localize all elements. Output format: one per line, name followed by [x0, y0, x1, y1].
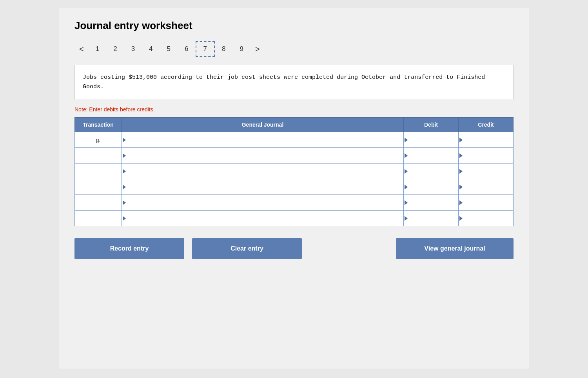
pagination: < 1 2 3 4 5 6 7 8 9 > — [74, 41, 514, 57]
pagination-item-5[interactable]: 5 — [160, 42, 178, 56]
description-text: Jobs costing $513,000 according to their… — [83, 74, 485, 90]
debit-input-5[interactable] — [404, 211, 458, 226]
transaction-cell-0: g. — [75, 132, 122, 148]
credit-cell-2[interactable] — [459, 164, 514, 179]
triangle-marker-credit-1 — [459, 153, 463, 158]
header-debit: Debit — [404, 118, 459, 132]
record-entry-button[interactable]: Record entry — [74, 238, 184, 259]
general-journal-input-3[interactable] — [122, 179, 403, 194]
transaction-cell-4 — [75, 195, 122, 211]
table-row — [75, 195, 514, 211]
pagination-item-9[interactable]: 9 — [232, 42, 250, 56]
credit-cell-1[interactable] — [459, 148, 514, 164]
debit-input-4[interactable] — [404, 195, 458, 210]
debit-input-0[interactable] — [404, 132, 458, 147]
pagination-item-4[interactable]: 4 — [142, 42, 160, 56]
pagination-item-3[interactable]: 3 — [124, 42, 142, 56]
credit-cell-3[interactable] — [459, 179, 514, 195]
transaction-cell-2 — [75, 164, 122, 179]
general-journal-input-5[interactable] — [122, 211, 403, 226]
pagination-prev[interactable]: < — [74, 42, 89, 56]
general-journal-cell-3[interactable] — [122, 179, 404, 195]
table-row — [75, 179, 514, 195]
debit-cell-0[interactable] — [404, 132, 459, 148]
triangle-marker-credit-4 — [459, 200, 463, 205]
triangle-marker-gj-4 — [123, 200, 126, 205]
journal-table: Transaction General Journal Debit Credit… — [74, 117, 514, 226]
general-journal-input-4[interactable] — [122, 195, 403, 210]
clear-entry-button[interactable]: Clear entry — [192, 238, 302, 259]
triangle-marker-gj-0 — [123, 138, 126, 142]
general-journal-cell-1[interactable] — [122, 148, 404, 164]
debit-cell-3[interactable] — [404, 179, 459, 195]
general-journal-input-1[interactable] — [122, 148, 403, 163]
general-journal-cell-2[interactable] — [122, 164, 404, 179]
header-credit: Credit — [459, 118, 514, 132]
transaction-cell-1 — [75, 148, 122, 164]
general-journal-cell-4[interactable] — [122, 195, 404, 211]
description-box: Jobs costing $513,000 according to their… — [74, 65, 514, 100]
credit-input-2[interactable] — [459, 164, 513, 179]
triangle-marker-debit-0 — [405, 138, 408, 142]
triangle-marker-credit-3 — [459, 185, 463, 189]
credit-input-0[interactable] — [459, 132, 513, 147]
credit-cell-0[interactable] — [459, 132, 514, 148]
credit-cell-5[interactable] — [459, 211, 514, 226]
page-title: Journal entry worksheet — [74, 20, 514, 32]
note-text: Note: Enter debits before credits. — [74, 106, 514, 113]
pagination-item-8[interactable]: 8 — [215, 42, 232, 56]
general-journal-input-2[interactable] — [122, 164, 403, 179]
pagination-item-1[interactable]: 1 — [89, 42, 106, 56]
triangle-marker-debit-4 — [405, 200, 408, 205]
pagination-next[interactable]: > — [250, 42, 265, 56]
credit-cell-4[interactable] — [459, 195, 514, 211]
triangle-marker-gj-3 — [123, 185, 126, 189]
pagination-item-6[interactable]: 6 — [178, 42, 195, 56]
table-row — [75, 164, 514, 179]
debit-cell-2[interactable] — [404, 164, 459, 179]
general-journal-cell-5[interactable] — [122, 211, 404, 226]
triangle-marker-debit-3 — [405, 185, 408, 189]
main-container: Journal entry worksheet < 1 2 3 4 5 6 7 … — [59, 8, 529, 369]
table-row: g. — [75, 132, 514, 148]
credit-input-3[interactable] — [459, 179, 513, 194]
triangle-marker-debit-1 — [405, 153, 408, 158]
transaction-cell-5 — [75, 211, 122, 226]
table-row — [75, 148, 514, 164]
credit-input-1[interactable] — [459, 148, 513, 163]
header-general-journal: General Journal — [122, 118, 404, 132]
triangle-marker-debit-2 — [405, 169, 408, 174]
debit-cell-1[interactable] — [404, 148, 459, 164]
triangle-marker-debit-5 — [405, 216, 408, 221]
pagination-item-7[interactable]: 7 — [196, 41, 215, 57]
debit-input-3[interactable] — [404, 179, 458, 194]
triangle-marker-gj-2 — [123, 169, 126, 174]
buttons-row: Record entry Clear entry View general jo… — [74, 238, 514, 259]
debit-input-2[interactable] — [404, 164, 458, 179]
debit-input-1[interactable] — [404, 148, 458, 163]
transaction-cell-3 — [75, 179, 122, 195]
general-journal-cell-0[interactable] — [122, 132, 404, 148]
triangle-marker-credit-5 — [459, 216, 463, 221]
triangle-marker-gj-1 — [123, 153, 126, 158]
credit-input-4[interactable] — [459, 195, 513, 210]
triangle-marker-gj-5 — [123, 216, 126, 221]
credit-input-5[interactable] — [459, 211, 513, 226]
pagination-item-2[interactable]: 2 — [106, 42, 124, 56]
triangle-marker-credit-0 — [459, 138, 463, 142]
general-journal-input-0[interactable] — [122, 132, 403, 147]
debit-cell-4[interactable] — [404, 195, 459, 211]
header-transaction: Transaction — [75, 118, 122, 132]
view-general-journal-button[interactable]: View general journal — [396, 238, 514, 259]
table-row — [75, 211, 514, 226]
debit-cell-5[interactable] — [404, 211, 459, 226]
triangle-marker-credit-2 — [459, 169, 463, 174]
